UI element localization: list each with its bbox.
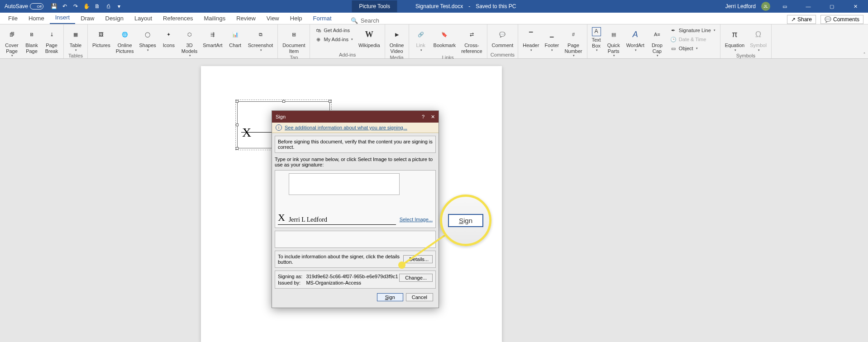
symbol-button: ΩSymbol▾ [748, 26, 768, 53]
tab-insert[interactable]: Insert [50, 12, 76, 24]
share-button[interactable]: ↗ Share [787, 15, 816, 24]
shapes-button[interactable]: ◯Shapes▾ [138, 26, 158, 53]
tab-design[interactable]: Design [100, 13, 129, 24]
cross-reference-button[interactable]: ⇄Cross- reference [459, 26, 484, 55]
icons-button[interactable]: ✦Icons [160, 26, 178, 49]
comments-button[interactable]: 💬 Comments [820, 15, 863, 24]
issued-by-value: MS-Organization-Access [306, 280, 398, 285]
tab-view[interactable]: View [261, 13, 285, 24]
drop-cap-button[interactable]: A≡Drop Cap▾ [648, 26, 666, 58]
search-icon: 🔍 [351, 17, 358, 24]
redo-icon[interactable]: ↷ [72, 2, 80, 10]
select-image-link[interactable]: Select Image... [400, 217, 433, 222]
tab-file[interactable]: File [3, 13, 23, 24]
object-button[interactable]: ▭Object▾ [668, 44, 717, 52]
date-time-button: 🕒Date & Time [668, 35, 717, 43]
text-box-button[interactable]: AText Box▾ [590, 26, 603, 53]
svg-line-0 [401, 235, 445, 266]
symbol-icon: Ω [751, 27, 766, 42]
search-box[interactable]: 🔍 Search [351, 17, 379, 24]
screenshot-icon: ⧉ [253, 27, 268, 42]
picture-tools-tab[interactable]: Picture Tools [352, 0, 397, 12]
dialog-titlebar[interactable]: Sign ? ✕ [272, 111, 439, 123]
username: Jerri Ledford [725, 3, 756, 10]
page-break-button[interactable]: ⤓Page Break [43, 26, 61, 55]
info-link[interactable]: See additional information about what yo… [285, 125, 407, 130]
get-addins-button[interactable]: 🛍Get Add-ins [313, 26, 354, 34]
header-button[interactable]: ▔Header▾ [521, 26, 541, 53]
footer-button[interactable]: ▁Footer▾ [543, 26, 561, 53]
group-tables-label: Tables [67, 53, 85, 59]
comment-button[interactable]: 💬Comment [490, 26, 515, 49]
wordart-button[interactable]: AWordArt▾ [625, 26, 646, 53]
share-icon: ↗ [791, 16, 796, 23]
object-icon: ▭ [670, 45, 677, 52]
comments-label: Comments [833, 16, 859, 23]
wikipedia-button[interactable]: WWikipedia [357, 26, 382, 49]
signature-line-button[interactable]: ✒Signature Line▾ [668, 26, 717, 34]
autosave-toggle[interactable]: AutoSave Off [5, 3, 43, 10]
touch-icon[interactable]: ✋ [82, 2, 91, 10]
footer-icon: ▁ [544, 27, 559, 42]
online-pictures-icon: 🌐 [118, 27, 132, 42]
saved-status: Saved to this PC [476, 3, 516, 10]
tab-review[interactable]: Review [231, 13, 261, 24]
minimize-icon[interactable]: ― [799, 0, 817, 13]
3d-models-button[interactable]: ⬡3D Models▾ [180, 26, 199, 58]
online-video-button[interactable]: ▶Online Video [388, 26, 406, 55]
quick-parts-button[interactable]: ▤Quick Parts▾ [605, 26, 623, 58]
pictures-button[interactable]: 🖼Pictures [91, 26, 112, 49]
autosave-state: Off [30, 3, 43, 10]
blank-page-icon: 🗎 [24, 27, 39, 42]
tab-home[interactable]: Home [23, 13, 50, 24]
tab-draw[interactable]: Draw [75, 13, 100, 24]
signature-preview[interactable] [289, 173, 400, 195]
tab-help[interactable]: Help [285, 13, 308, 24]
shapes-icon: ◯ [140, 27, 155, 42]
callout-connector [401, 235, 446, 267]
sign-dialog: Sign ? ✕ i See additional information ab… [272, 110, 439, 308]
issued-by-label: Issued by: [278, 280, 302, 285]
search-label: Search [361, 17, 379, 24]
signature-input[interactable]: X Jerri L Ledford [278, 212, 396, 225]
screenshot-button[interactable]: ⧉Screenshot▾ [246, 26, 275, 53]
tab-mailings[interactable]: Mailings [199, 13, 231, 24]
table-button[interactable]: ▦Table▾ [67, 26, 85, 53]
qat-more-icon[interactable]: ▾ [115, 2, 123, 10]
signature-panel: X Jerri L Ledford Select Image... [275, 170, 436, 228]
print-icon[interactable]: ⎙ [104, 2, 112, 10]
new-doc-icon[interactable]: 🗎 [93, 2, 101, 10]
blank-page-button[interactable]: 🗎Blank Page [23, 26, 41, 55]
tab-layout[interactable]: Layout [129, 13, 157, 24]
tab-references[interactable]: References [157, 13, 198, 24]
undo-icon[interactable]: ↶ [61, 2, 69, 10]
doc-name: Signature Test.docx [415, 3, 463, 10]
maximize-icon[interactable]: ▢ [823, 0, 841, 13]
avatar[interactable]: JL [761, 2, 770, 11]
collapse-ribbon-icon[interactable]: ˆ [863, 52, 865, 57]
tab-format[interactable]: Format [308, 13, 337, 24]
dialog-close-icon[interactable]: ✕ [431, 114, 435, 120]
ribbon-display-icon[interactable]: ▭ [776, 0, 794, 13]
save-icon[interactable]: 💾 [50, 2, 58, 10]
change-button[interactable]: Change... [399, 274, 433, 282]
sign-button[interactable]: Sign [377, 293, 403, 301]
page-break-icon: ⤓ [44, 27, 59, 42]
ribbon: 🗐Cover Page▾ 🗎Blank Page ⤓Page Break Pag… [0, 24, 868, 59]
bookmark-icon: 🔖 [437, 27, 452, 42]
online-pictures-button[interactable]: 🌐Online Pictures [114, 26, 136, 55]
page-number-button[interactable]: #Page Number▾ [563, 26, 584, 58]
bookmark-button[interactable]: 🔖Bookmark [432, 26, 458, 49]
smartart-button[interactable]: ⇶SmartArt [201, 26, 224, 49]
comments-icon: 💬 [825, 16, 831, 23]
callout-sign-button: Sign [448, 214, 483, 227]
document-item-button[interactable]: ⊞Document Item [281, 26, 307, 55]
my-addins-button[interactable]: ⊕My Add-ins▾ [313, 35, 354, 43]
close-icon[interactable]: ✕ [846, 0, 864, 13]
chart-button[interactable]: 📊Chart [226, 26, 244, 49]
link-icon: 🔗 [414, 27, 428, 42]
equation-button[interactable]: πEquation▾ [723, 26, 746, 53]
cancel-button[interactable]: Cancel [406, 293, 433, 301]
cover-page-button[interactable]: 🗐Cover Page▾ [3, 26, 21, 58]
dialog-help-icon[interactable]: ? [422, 114, 424, 120]
